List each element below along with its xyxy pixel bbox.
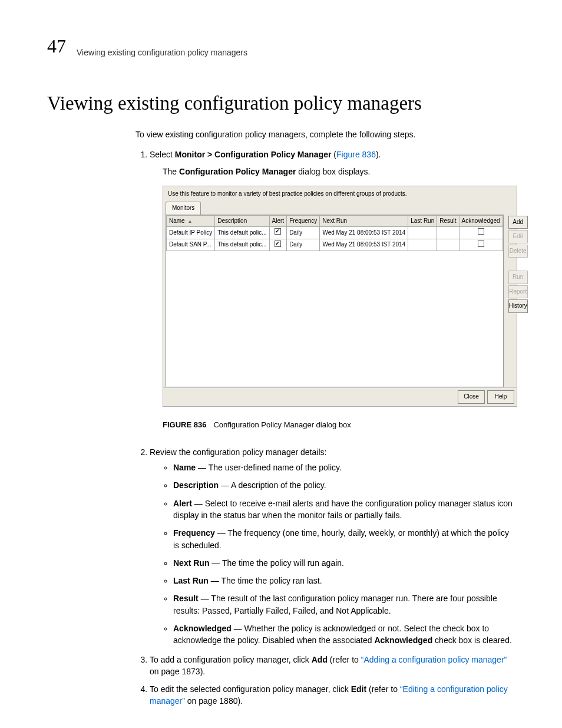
sort-asc-icon: ▲ — [187, 219, 192, 224]
step-1-sub: The Configuration Policy Manager dialog … — [163, 166, 515, 177]
figure-hint: Use this feature to monitor a variety of… — [163, 186, 517, 202]
running-title: Viewing existing configuration policy ma… — [77, 48, 247, 57]
col-frequency[interactable]: Frequency — [287, 215, 320, 227]
menu-path: Monitor > Configuration Policy Manager — [175, 150, 332, 159]
run-button[interactable]: Run — [508, 271, 528, 284]
close-button[interactable]: Close — [458, 390, 485, 404]
delete-button[interactable]: Delete — [508, 245, 528, 258]
link-adding-cpm[interactable]: “Adding a configuration policy manager” — [361, 655, 507, 664]
col-next-run[interactable]: Next Run — [320, 215, 408, 227]
checkbox-icon[interactable] — [275, 241, 281, 247]
tab-monitors[interactable]: Monitors — [166, 202, 201, 215]
tab-bar: Monitors — [163, 202, 517, 215]
checkbox-icon[interactable] — [478, 241, 484, 247]
intro-paragraph: To view existing configuration policy ma… — [135, 129, 515, 140]
checkbox-icon[interactable] — [478, 228, 484, 235]
page-title: Viewing existing configuration policy ma… — [47, 93, 515, 114]
sidebar-buttons: Add Edit Delete Run Report History — [506, 215, 530, 388]
col-acknowledged[interactable]: Acknowledged — [459, 215, 503, 227]
col-description[interactable]: Description — [215, 215, 269, 227]
step-1: Select Monitor > Configuration Policy Ma… — [150, 149, 515, 430]
figure-836-link[interactable]: Figure 836 — [336, 150, 376, 159]
report-button[interactable]: Report — [508, 285, 528, 299]
help-button[interactable]: Help — [487, 390, 514, 404]
add-button[interactable]: Add — [508, 216, 528, 229]
table-empty-area — [166, 251, 503, 387]
figure-836: Use this feature to monitor a variety of… — [163, 186, 517, 407]
monitors-table: Name ▲ Description Alert Frequency Next … — [166, 215, 504, 388]
col-last-run[interactable]: Last Run — [408, 215, 437, 227]
step-4: To edit the selected configuration polic… — [150, 683, 515, 707]
table-row[interactable]: Default IP Policy This default polic... … — [167, 227, 503, 239]
edit-button[interactable]: Edit — [508, 230, 528, 243]
history-button[interactable]: History — [508, 299, 528, 313]
checkbox-icon[interactable] — [275, 228, 281, 235]
running-header: 47 Viewing existing configuration policy… — [47, 35, 515, 57]
col-alert[interactable]: Alert — [269, 215, 287, 227]
dialog-footer: Close Help — [163, 387, 517, 406]
figure-caption: FIGURE 836Configuration Policy Manager d… — [163, 420, 515, 431]
col-result[interactable]: Result — [437, 215, 459, 227]
step-2: Review the configuration policy manager … — [150, 446, 515, 647]
step-3: To add a configuration policy manager, c… — [150, 654, 515, 678]
table-row[interactable]: Default SAN P... This default polic... D… — [167, 239, 503, 251]
chapter-number: 47 — [47, 35, 66, 57]
field-bullets: Name — The user-defined name of the poli… — [163, 462, 515, 647]
col-name[interactable]: Name ▲ — [167, 215, 215, 227]
